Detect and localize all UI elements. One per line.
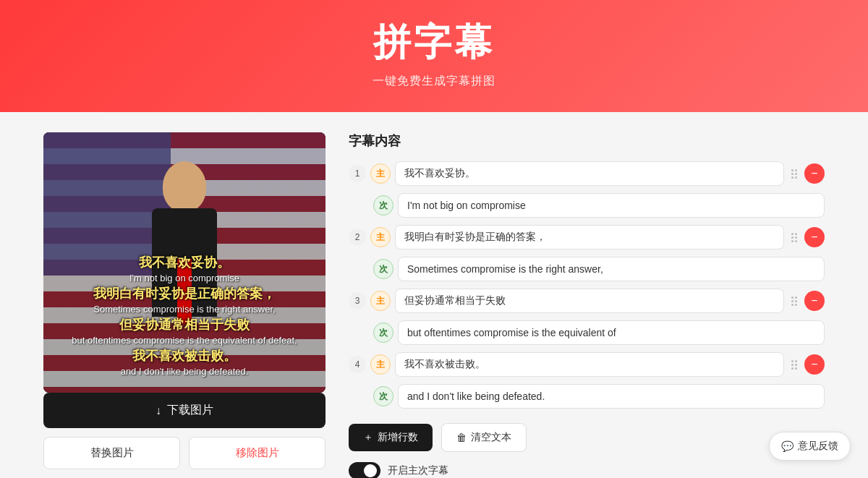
download-icon: ↓ [156,404,161,417]
input-2-primary[interactable] [395,225,784,249]
input-4-primary[interactable] [395,352,784,377]
drag-handle-3[interactable] [788,294,800,309]
clear-button[interactable]: 🗑 清空文本 [441,423,527,452]
trash-icon: 🗑 [456,432,467,443]
toggle-row: 开启主次字幕 [349,462,825,478]
remove-button[interactable]: 移除图片 [189,437,326,469]
image-bg: 我不喜欢妥协。 I'm not big on compromise 我明白有时妥… [43,132,326,393]
row-group-4-secondary: 次 [349,384,825,409]
input-3-primary[interactable] [395,289,784,313]
add-row-button[interactable]: ＋ 新增行数 [349,424,433,451]
image-actions: 替换图片 移除图片 [43,437,326,469]
plus-icon: ＋ [363,431,373,444]
input-2-secondary[interactable] [398,257,825,281]
bottom-actions: ＋ 新增行数 🗑 清空文本 [349,423,825,452]
row-group-2-primary: 2 主 − [349,225,825,249]
overlay-en-2: Sometimes compromise is the right answer… [55,304,314,315]
subtitle-overlay: 我不喜欢妥协。 I'm not big on compromise 我明白有时妥… [43,254,326,378]
person-head [163,161,206,212]
drag-handle-4[interactable] [788,357,800,372]
row-group-3-secondary: 次 [349,320,825,345]
input-3-secondary[interactable] [398,320,825,345]
subtitle-rows: 1 主 − 次 2 主 [349,161,825,411]
row-type-primary-1: 主 [370,163,391,184]
toggle-slider [349,462,380,478]
delete-row-4[interactable]: − [804,354,825,375]
section-title: 字幕内容 [349,132,825,150]
input-1-primary[interactable] [395,161,784,186]
row-type-secondary-4: 次 [373,386,393,406]
left-panel: 我不喜欢妥协。 I'm not big on compromise 我明白有时妥… [43,132,326,478]
row-group-1-primary: 1 主 − [349,161,825,186]
clear-label: 清空文本 [471,431,511,444]
row-type-secondary-3: 次 [373,323,393,343]
drag-handle-1[interactable] [788,166,800,182]
download-button[interactable]: ↓ 下载图片 [43,393,326,428]
feedback-button[interactable]: 💬 意见反馈 [769,432,851,461]
row-type-primary-2: 主 [370,227,391,247]
overlay-en-4: and I don't like being defeated. [55,366,314,377]
feedback-label: 意见反馈 [798,440,838,453]
download-label: 下载图片 [167,403,213,418]
row-num-2: 2 [349,229,366,246]
input-4-secondary[interactable] [398,384,825,409]
delete-row-2[interactable]: − [804,227,825,247]
app-subtitle: 一键免费生成字幕拼图 [0,74,868,89]
row-group-1-secondary: 次 [349,193,825,218]
row-type-secondary-2: 次 [373,259,393,279]
image-preview: 我不喜欢妥协。 I'm not big on compromise 我明白有时妥… [43,132,326,393]
overlay-zh-1: 我不喜欢妥协。 [55,254,314,271]
replace-button[interactable]: 替换图片 [43,437,180,469]
delete-row-3[interactable]: − [804,291,825,311]
app-title: 拼字幕 [0,17,868,68]
row-type-primary-3: 主 [370,291,391,311]
row-group-3-primary: 3 主 − [349,289,825,313]
toggle-label: 开启主次字幕 [388,464,448,477]
main-content: 我不喜欢妥协。 I'm not big on compromise 我明白有时妥… [0,112,868,478]
row-group-2-secondary: 次 [349,257,825,281]
overlay-en-1: I'm not big on compromise [55,273,314,283]
toggle-switch[interactable] [349,462,380,478]
overlay-zh-2: 我明白有时妥协是正确的答案， [55,285,314,302]
chat-icon: 💬 [781,440,793,452]
row-num-1: 1 [349,165,366,182]
row-num-3: 3 [349,292,366,310]
right-panel: 字幕内容 1 主 − 次 2 主 [349,132,825,478]
overlay-zh-4: 我不喜欢被击败。 [55,347,314,364]
drag-handle-2[interactable] [788,230,800,245]
delete-row-1[interactable]: − [804,163,825,184]
row-group-4-primary: 4 主 − [349,352,825,377]
add-row-label: 新增行数 [378,431,418,444]
row-num-4: 4 [349,356,366,373]
input-1-secondary[interactable] [398,193,825,218]
row-type-secondary-1: 次 [373,195,393,215]
header: 拼字幕 一键免费生成字幕拼图 [0,0,868,112]
overlay-zh-3: 但妥协通常相当于失败 [55,316,314,333]
overlay-en-3: but oftentimes compromise is the equival… [55,335,314,346]
row-type-primary-4: 主 [370,354,391,375]
